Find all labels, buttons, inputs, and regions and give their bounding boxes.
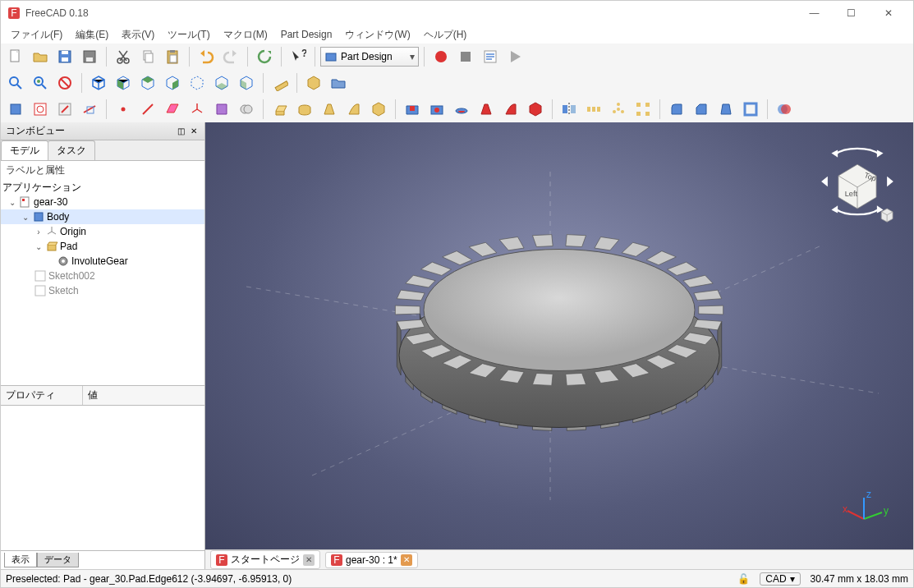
- groove-icon[interactable]: [450, 98, 473, 121]
- minimize-button[interactable]: —: [796, 1, 833, 25]
- view-left-icon[interactable]: [235, 71, 258, 94]
- close-tab-icon[interactable]: ✕: [401, 554, 412, 566]
- close-button[interactable]: ✕: [870, 1, 907, 25]
- open-file-icon[interactable]: [29, 45, 52, 68]
- zoom-sel-icon[interactable]: [29, 71, 52, 94]
- part-icon[interactable]: [302, 71, 325, 94]
- boolean-icon[interactable]: [773, 98, 796, 121]
- datum-point-icon[interactable]: [112, 98, 135, 121]
- cut-icon[interactable]: [112, 45, 135, 68]
- undo-icon[interactable]: [195, 45, 218, 68]
- caret-icon[interactable]: ⌄: [7, 198, 17, 207]
- tab-view[interactable]: 表示: [4, 553, 37, 567]
- new-file-icon[interactable]: [4, 45, 27, 68]
- caret-icon[interactable]: ⌄: [34, 242, 44, 251]
- datum-cs-icon[interactable]: [186, 98, 209, 121]
- menu-macro[interactable]: マクロ(M): [217, 26, 274, 44]
- menu-window[interactable]: ウィンドウ(W): [338, 26, 416, 44]
- axes-indicator: y x z: [839, 485, 889, 536]
- pocket-icon[interactable]: [401, 98, 424, 121]
- tree-pad[interactable]: ⌄ Pad: [1, 239, 204, 254]
- gear-model[interactable]: [370, 170, 748, 485]
- sweep-sub-icon[interactable]: [499, 98, 522, 121]
- tree-sketch[interactable]: Sketch: [1, 283, 204, 298]
- sweep-add-icon[interactable]: [342, 98, 365, 121]
- clone-icon[interactable]: [235, 98, 258, 121]
- tree-view[interactable]: アプリケーション ⌄ gear-30 ⌄ Body › Origin ⌄ Pad: [1, 180, 204, 385]
- copy-icon[interactable]: [136, 45, 159, 68]
- tree-document[interactable]: ⌄ gear-30: [1, 195, 204, 209]
- tree-involute[interactable]: InvoluteGear: [1, 254, 204, 269]
- mirror-icon[interactable]: [558, 98, 581, 121]
- tree-body[interactable]: ⌄ Body: [1, 209, 204, 224]
- view-right-icon[interactable]: [161, 71, 184, 94]
- viewport-3d[interactable]: Top Left y x z: [205, 122, 913, 549]
- sketch-map-icon[interactable]: [78, 98, 101, 121]
- pad-icon[interactable]: [269, 98, 292, 121]
- close-panel-icon[interactable]: ✕: [188, 126, 200, 137]
- paste-icon[interactable]: [161, 45, 184, 68]
- datum-line-icon[interactable]: [136, 98, 159, 121]
- macro-list-icon[interactable]: [479, 45, 502, 68]
- drawstyle-icon[interactable]: [53, 71, 76, 94]
- svg-rect-53: [645, 103, 650, 107]
- datum-plane-icon[interactable]: [161, 98, 184, 121]
- loft-add-icon[interactable]: [318, 98, 341, 121]
- macro-stop-icon[interactable]: [454, 45, 477, 68]
- view-iso-icon[interactable]: [87, 71, 110, 94]
- tab-data[interactable]: データ: [37, 553, 79, 567]
- saveas-icon[interactable]: [78, 45, 101, 68]
- menu-file[interactable]: ファイル(F): [4, 26, 69, 44]
- sketch-new-icon[interactable]: [29, 98, 52, 121]
- refresh-icon[interactable]: [253, 45, 276, 68]
- chamfer-icon[interactable]: [690, 98, 713, 121]
- maximize-button[interactable]: ☐: [833, 1, 870, 25]
- undock-icon[interactable]: ◫: [175, 126, 186, 137]
- linear-pattern-icon[interactable]: [582, 98, 605, 121]
- shapebinder-icon[interactable]: [210, 98, 233, 121]
- subtractive-prim-icon[interactable]: [524, 98, 547, 121]
- menu-partdesign[interactable]: Part Design: [274, 27, 339, 42]
- polar-pattern-icon[interactable]: [607, 98, 630, 121]
- zoom-fit-icon[interactable]: [4, 71, 27, 94]
- tab-startpage[interactable]: F スタートページ ✕: [210, 550, 320, 569]
- whatsthis-icon[interactable]: ?: [287, 45, 310, 68]
- view-bottom-icon[interactable]: [210, 71, 233, 94]
- view-top-icon[interactable]: [136, 71, 159, 94]
- body-new-icon[interactable]: [4, 98, 27, 121]
- save-icon[interactable]: [53, 45, 76, 68]
- additive-prim-icon[interactable]: [367, 98, 390, 121]
- measure-icon[interactable]: [269, 71, 292, 94]
- lock-icon[interactable]: 🔓: [737, 573, 750, 585]
- close-tab-icon[interactable]: ✕: [303, 554, 315, 566]
- caret-icon[interactable]: ⌄: [21, 213, 30, 222]
- menu-tools[interactable]: ツール(T): [161, 26, 216, 44]
- loft-sub-icon[interactable]: [475, 98, 498, 121]
- sketch-edit-icon[interactable]: [53, 98, 76, 121]
- fillet-icon[interactable]: [665, 98, 688, 121]
- view-front-icon[interactable]: [112, 71, 135, 94]
- revolution-icon[interactable]: [293, 98, 316, 121]
- thickness-icon[interactable]: [739, 98, 762, 121]
- navigation-cube[interactable]: Top Left: [816, 132, 898, 231]
- tab-document[interactable]: F gear-30 : 1* ✕: [325, 552, 418, 568]
- multitransform-icon[interactable]: [632, 98, 654, 121]
- view-rear-icon[interactable]: [186, 71, 209, 94]
- tab-model[interactable]: モデル: [1, 140, 48, 160]
- menu-help[interactable]: ヘルプ(H): [417, 26, 474, 44]
- tree-origin[interactable]: › Origin: [1, 224, 204, 239]
- property-body[interactable]: [1, 406, 204, 550]
- group-icon[interactable]: [327, 71, 350, 94]
- workbench-selector[interactable]: Part Design: [320, 47, 419, 67]
- hole-icon[interactable]: [425, 98, 448, 121]
- redo-icon[interactable]: [219, 45, 242, 68]
- nav-style-selector[interactable]: CAD▾: [760, 572, 800, 586]
- menu-view[interactable]: 表示(V): [115, 26, 161, 44]
- caret-icon[interactable]: ›: [34, 227, 44, 237]
- tree-sketch002[interactable]: Sketch002: [1, 269, 204, 283]
- menu-edit[interactable]: 編集(E): [69, 26, 115, 44]
- macro-record-icon[interactable]: [429, 45, 452, 68]
- tab-task[interactable]: タスク: [48, 140, 95, 160]
- macro-run-icon[interactable]: [503, 45, 526, 68]
- draft-icon[interactable]: [714, 98, 737, 121]
